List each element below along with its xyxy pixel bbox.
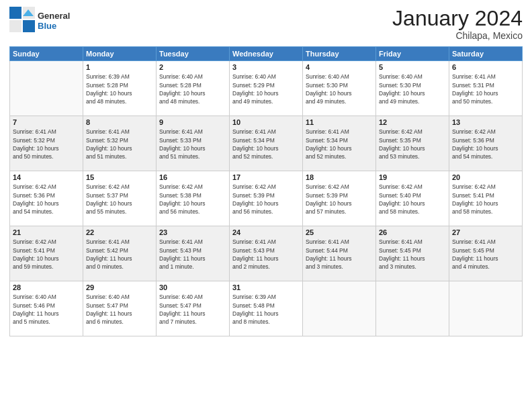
calendar-week-row: 1Sunrise: 6:39 AM Sunset: 5:28 PM Daylig… bbox=[10, 61, 523, 116]
day-number: 31 bbox=[232, 283, 300, 291]
calendar-cell: 5Sunrise: 6:40 AM Sunset: 5:30 PM Daylig… bbox=[376, 61, 449, 116]
calendar-cell: 14Sunrise: 6:42 AM Sunset: 5:36 PM Dayli… bbox=[10, 171, 83, 226]
day-number: 30 bbox=[159, 283, 226, 291]
day-info: Sunrise: 6:41 AM Sunset: 5:31 PM Dayligh… bbox=[452, 73, 519, 105]
day-number: 17 bbox=[232, 173, 300, 181]
title-block: January 2024 Chilapa, Mexico bbox=[392, 7, 523, 41]
day-info: Sunrise: 6:41 AM Sunset: 5:33 PM Dayligh… bbox=[159, 128, 226, 161]
day-info: Sunrise: 6:41 AM Sunset: 5:43 PM Dayligh… bbox=[232, 238, 300, 271]
day-info: Sunrise: 6:41 AM Sunset: 5:42 PM Dayligh… bbox=[86, 238, 153, 271]
calendar-cell: 4Sunrise: 6:40 AM Sunset: 5:30 PM Daylig… bbox=[303, 61, 376, 116]
logo: General Blue bbox=[9, 7, 70, 35]
day-number: 3 bbox=[232, 63, 300, 71]
day-number: 15 bbox=[86, 173, 153, 181]
month-title: January 2024 bbox=[392, 7, 523, 30]
calendar-cell bbox=[303, 281, 376, 336]
logo-blue: Blue bbox=[38, 21, 70, 31]
day-number: 22 bbox=[86, 228, 153, 236]
calendar-cell: 8Sunrise: 6:41 AM Sunset: 5:32 PM Daylig… bbox=[83, 116, 157, 171]
day-number: 10 bbox=[232, 118, 300, 126]
day-info: Sunrise: 6:41 AM Sunset: 5:32 PM Dayligh… bbox=[86, 128, 153, 161]
day-number: 1 bbox=[86, 63, 153, 71]
calendar-cell: 2Sunrise: 6:40 AM Sunset: 5:28 PM Daylig… bbox=[157, 61, 230, 116]
day-number: 23 bbox=[159, 228, 226, 236]
calendar-week-row: 21Sunrise: 6:42 AM Sunset: 5:41 PM Dayli… bbox=[10, 226, 523, 281]
day-info: Sunrise: 6:40 AM Sunset: 5:30 PM Dayligh… bbox=[379, 73, 446, 105]
calendar-cell: 24Sunrise: 6:41 AM Sunset: 5:43 PM Dayli… bbox=[230, 226, 303, 281]
day-info: Sunrise: 6:39 AM Sunset: 5:48 PM Dayligh… bbox=[232, 293, 300, 326]
calendar-cell: 26Sunrise: 6:41 AM Sunset: 5:45 PM Dayli… bbox=[376, 226, 449, 281]
day-number: 9 bbox=[159, 118, 226, 126]
logo-general: General bbox=[38, 11, 70, 21]
svg-rect-3 bbox=[23, 20, 35, 32]
calendar-cell bbox=[376, 281, 449, 336]
day-info: Sunrise: 6:42 AM Sunset: 5:39 PM Dayligh… bbox=[306, 183, 373, 216]
calendar-cell: 15Sunrise: 6:42 AM Sunset: 5:37 PM Dayli… bbox=[83, 171, 157, 226]
day-info: Sunrise: 6:42 AM Sunset: 5:35 PM Dayligh… bbox=[379, 128, 446, 161]
day-number: 13 bbox=[452, 118, 519, 126]
calendar-cell: 27Sunrise: 6:41 AM Sunset: 5:45 PM Dayli… bbox=[449, 226, 523, 281]
calendar-cell: 12Sunrise: 6:42 AM Sunset: 5:35 PM Dayli… bbox=[376, 116, 449, 171]
calendar-cell: 21Sunrise: 6:42 AM Sunset: 5:41 PM Dayli… bbox=[10, 226, 83, 281]
day-info: Sunrise: 6:39 AM Sunset: 5:28 PM Dayligh… bbox=[86, 73, 153, 105]
day-info: Sunrise: 6:42 AM Sunset: 5:38 PM Dayligh… bbox=[159, 183, 226, 216]
day-info: Sunrise: 6:40 AM Sunset: 5:30 PM Dayligh… bbox=[306, 73, 373, 105]
calendar-cell: 28Sunrise: 6:40 AM Sunset: 5:46 PM Dayli… bbox=[10, 281, 83, 336]
calendar-cell: 31Sunrise: 6:39 AM Sunset: 5:48 PM Dayli… bbox=[230, 281, 303, 336]
calendar-week-row: 28Sunrise: 6:40 AM Sunset: 5:46 PM Dayli… bbox=[10, 281, 523, 336]
day-number: 19 bbox=[379, 173, 446, 181]
header: General Blue January 2024 Chilapa, Mexic… bbox=[9, 7, 523, 41]
day-number: 6 bbox=[452, 63, 519, 71]
calendar-cell: 30Sunrise: 6:40 AM Sunset: 5:47 PM Dayli… bbox=[157, 281, 230, 336]
location: Chilapa, Mexico bbox=[392, 30, 523, 41]
day-info: Sunrise: 6:42 AM Sunset: 5:36 PM Dayligh… bbox=[13, 183, 80, 216]
calendar-cell: 23Sunrise: 6:41 AM Sunset: 5:43 PM Dayli… bbox=[157, 226, 230, 281]
calendar-cell: 25Sunrise: 6:41 AM Sunset: 5:44 PM Dayli… bbox=[303, 226, 376, 281]
col-header-tuesday: Tuesday bbox=[157, 47, 230, 61]
day-info: Sunrise: 6:41 AM Sunset: 5:32 PM Dayligh… bbox=[13, 128, 80, 161]
day-info: Sunrise: 6:42 AM Sunset: 5:41 PM Dayligh… bbox=[13, 238, 80, 271]
svg-rect-2 bbox=[9, 20, 21, 32]
calendar-cell: 19Sunrise: 6:42 AM Sunset: 5:40 PM Dayli… bbox=[376, 171, 449, 226]
calendar-week-row: 14Sunrise: 6:42 AM Sunset: 5:36 PM Dayli… bbox=[10, 171, 523, 226]
calendar-cell: 3Sunrise: 6:40 AM Sunset: 5:29 PM Daylig… bbox=[230, 61, 303, 116]
col-header-friday: Friday bbox=[376, 47, 449, 61]
day-info: Sunrise: 6:42 AM Sunset: 5:41 PM Dayligh… bbox=[452, 183, 519, 216]
day-number: 12 bbox=[379, 118, 446, 126]
day-number: 11 bbox=[306, 118, 373, 126]
col-header-monday: Monday bbox=[83, 47, 157, 61]
calendar-cell: 18Sunrise: 6:42 AM Sunset: 5:39 PM Dayli… bbox=[303, 171, 376, 226]
calendar-week-row: 7Sunrise: 6:41 AM Sunset: 5:32 PM Daylig… bbox=[10, 116, 523, 171]
calendar-cell bbox=[449, 281, 523, 336]
day-info: Sunrise: 6:41 AM Sunset: 5:45 PM Dayligh… bbox=[379, 238, 446, 271]
day-number: 18 bbox=[306, 173, 373, 181]
day-info: Sunrise: 6:42 AM Sunset: 5:36 PM Dayligh… bbox=[452, 128, 519, 161]
calendar-cell bbox=[10, 61, 83, 116]
day-info: Sunrise: 6:40 AM Sunset: 5:47 PM Dayligh… bbox=[159, 293, 226, 326]
day-info: Sunrise: 6:41 AM Sunset: 5:34 PM Dayligh… bbox=[232, 128, 300, 161]
day-number: 24 bbox=[232, 228, 300, 236]
day-number: 25 bbox=[306, 228, 373, 236]
calendar-cell: 16Sunrise: 6:42 AM Sunset: 5:38 PM Dayli… bbox=[157, 171, 230, 226]
day-number: 21 bbox=[13, 228, 80, 236]
day-info: Sunrise: 6:42 AM Sunset: 5:39 PM Dayligh… bbox=[232, 183, 300, 216]
day-number: 5 bbox=[379, 63, 446, 71]
day-info: Sunrise: 6:41 AM Sunset: 5:45 PM Dayligh… bbox=[452, 238, 519, 271]
calendar-cell: 29Sunrise: 6:40 AM Sunset: 5:47 PM Dayli… bbox=[83, 281, 157, 336]
day-number: 8 bbox=[86, 118, 153, 126]
calendar-cell: 1Sunrise: 6:39 AM Sunset: 5:28 PM Daylig… bbox=[83, 61, 157, 116]
calendar-cell: 10Sunrise: 6:41 AM Sunset: 5:34 PM Dayli… bbox=[230, 116, 303, 171]
day-info: Sunrise: 6:42 AM Sunset: 5:40 PM Dayligh… bbox=[379, 183, 446, 216]
calendar-header-row: SundayMondayTuesdayWednesdayThursdayFrid… bbox=[10, 47, 523, 61]
day-info: Sunrise: 6:40 AM Sunset: 5:46 PM Dayligh… bbox=[13, 293, 80, 326]
day-number: 14 bbox=[13, 173, 80, 181]
calendar-cell: 20Sunrise: 6:42 AM Sunset: 5:41 PM Dayli… bbox=[449, 171, 523, 226]
svg-rect-0 bbox=[9, 7, 21, 19]
col-header-thursday: Thursday bbox=[303, 47, 376, 61]
day-number: 29 bbox=[86, 283, 153, 291]
day-number: 20 bbox=[452, 173, 519, 181]
calendar-cell: 22Sunrise: 6:41 AM Sunset: 5:42 PM Dayli… bbox=[83, 226, 157, 281]
calendar-cell: 17Sunrise: 6:42 AM Sunset: 5:39 PM Dayli… bbox=[230, 171, 303, 226]
day-info: Sunrise: 6:41 AM Sunset: 5:44 PM Dayligh… bbox=[306, 238, 373, 271]
col-header-sunday: Sunday bbox=[10, 47, 83, 61]
